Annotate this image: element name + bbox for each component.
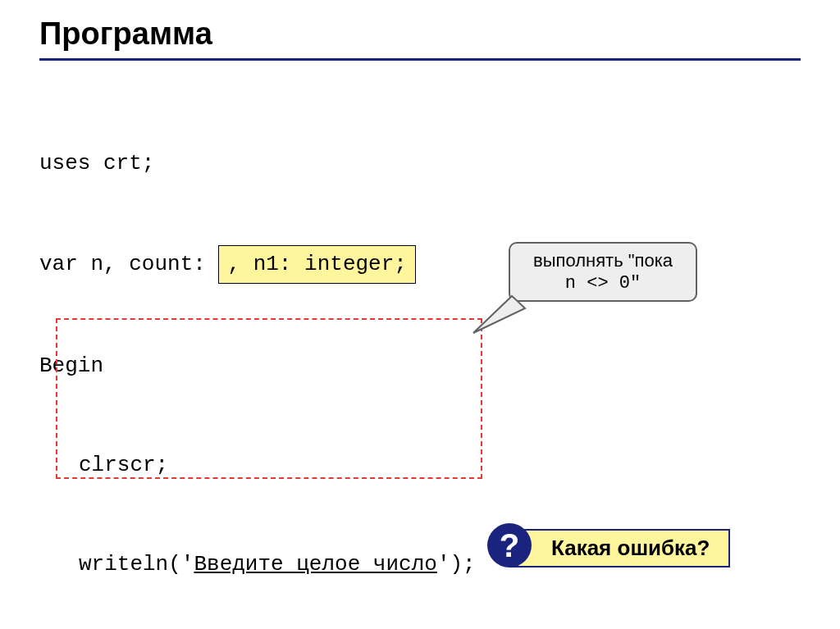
code-line: clrscr; [39,449,801,481]
slide-title: Программа [39,16,801,52]
title-rule [39,58,801,61]
highlight-n1-integer: , n1: integer; [218,245,415,283]
callout-box: выполнять "пока n <> 0" [509,242,697,302]
question-mark-icon: ? [487,523,532,567]
callout-line2: n <> 0" [522,271,684,294]
callout-tail [469,294,527,335]
question-text: Какая ошибка? [551,536,710,560]
question-box: Какая ошибка? [509,529,730,567]
code-line: uses crt; [39,147,801,180]
code-line: Begin [39,349,801,382]
callout-line1: выполнять "пока [522,250,684,271]
slide: Программа uses crt; var n, count: , n1: … [0,0,840,629]
svg-marker-0 [473,296,525,333]
